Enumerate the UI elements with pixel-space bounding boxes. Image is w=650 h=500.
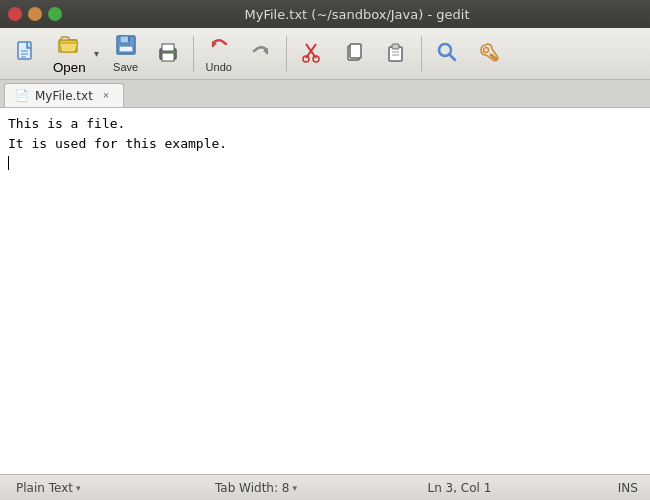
svg-rect-11 — [162, 44, 174, 51]
toolbar: Open ▾ Save — [0, 28, 650, 80]
text-cursor — [8, 156, 9, 170]
copy-button[interactable] — [334, 32, 374, 76]
svg-rect-8 — [128, 37, 130, 41]
window-title: MyFile.txt (~/sandbox/Java) - gedit — [72, 7, 642, 22]
tab-width-label: Tab Width: 8 — [215, 481, 289, 495]
undo-label: Undo — [206, 61, 232, 73]
redo-button[interactable] — [241, 32, 281, 76]
redo-icon — [250, 41, 272, 66]
separator-1 — [193, 36, 194, 72]
tools-button[interactable] — [469, 32, 509, 76]
cursor-position: Ln 3, Col 1 — [427, 481, 491, 495]
editor-line-3 — [8, 153, 642, 173]
file-tab[interactable]: 📄 MyFile.txt × — [4, 83, 124, 107]
svg-rect-22 — [392, 44, 399, 49]
language-selector[interactable]: Plain Text ▾ — [12, 480, 84, 496]
tab-close-button[interactable]: × — [99, 89, 113, 103]
undo-icon — [208, 34, 230, 59]
tab-filename: MyFile.txt — [35, 89, 93, 103]
chevron-down-icon: ▾ — [94, 48, 99, 59]
save-button[interactable]: Save — [106, 32, 146, 76]
paste-icon — [385, 41, 407, 66]
title-bar: MyFile.txt (~/sandbox/Java) - gedit — [0, 0, 650, 28]
save-icon — [115, 34, 137, 59]
cut-icon — [301, 41, 323, 66]
tools-icon — [478, 41, 500, 66]
cut-button[interactable] — [292, 32, 332, 76]
copy-icon — [343, 41, 365, 66]
status-language-section: Plain Text ▾ — [12, 480, 84, 496]
svg-rect-7 — [119, 46, 133, 52]
main-container: Open ▾ Save — [0, 28, 650, 500]
tabwidth-dropdown-icon: ▾ — [292, 483, 297, 493]
language-label: Plain Text — [16, 481, 73, 495]
tab-bar: 📄 MyFile.txt × — [0, 80, 650, 108]
new-icon — [15, 41, 37, 66]
svg-point-12 — [171, 51, 174, 54]
svg-rect-20 — [350, 44, 361, 58]
minimize-window-button[interactable] — [28, 7, 42, 21]
editor-area[interactable]: This is a file. It is used for this exam… — [0, 108, 650, 474]
editor-line-2: It is used for this example. — [8, 134, 642, 154]
open-button-group[interactable]: Open ▾ — [48, 32, 104, 76]
status-bar: Plain Text ▾ Tab Width: 8 ▾ Ln 3, Col 1 … — [0, 474, 650, 500]
separator-3 — [421, 36, 422, 72]
svg-rect-10 — [162, 53, 174, 61]
print-icon — [157, 41, 179, 66]
svg-line-26 — [449, 55, 455, 61]
editor-mode: INS — [618, 481, 638, 495]
save-label: Save — [113, 61, 138, 73]
open-dropdown-arrow[interactable]: ▾ — [90, 32, 104, 76]
file-tab-icon: 📄 — [15, 89, 29, 102]
language-dropdown-icon: ▾ — [76, 483, 81, 493]
svg-point-27 — [483, 48, 488, 53]
undo-button[interactable]: Undo — [199, 32, 239, 76]
open-button[interactable]: Open — [48, 32, 90, 76]
print-button[interactable] — [148, 32, 188, 76]
open-label: Open — [53, 60, 86, 75]
find-icon — [436, 41, 458, 66]
svg-rect-6 — [120, 36, 129, 43]
status-mode-section: INS — [618, 481, 638, 495]
status-tabwidth-section: Tab Width: 8 ▾ — [211, 480, 301, 496]
tab-width-selector[interactable]: Tab Width: 8 ▾ — [211, 480, 301, 496]
separator-2 — [286, 36, 287, 72]
close-window-button[interactable] — [8, 7, 22, 21]
paste-button[interactable] — [376, 32, 416, 76]
maximize-window-button[interactable] — [48, 7, 62, 21]
find-button[interactable] — [427, 32, 467, 76]
editor-line-1: This is a file. — [8, 114, 642, 134]
open-icon — [58, 33, 80, 58]
window-controls — [8, 7, 62, 21]
new-button[interactable] — [6, 32, 46, 76]
status-position-section: Ln 3, Col 1 — [427, 481, 491, 495]
